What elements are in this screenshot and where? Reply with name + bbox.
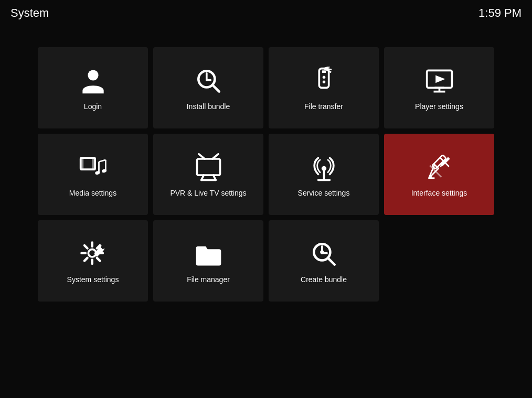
pvr-livetv-label: PVR & Live TV settings (170, 189, 246, 197)
svg-point-44 (320, 250, 324, 254)
current-time: 1:59 PM (478, 6, 522, 20)
grid-item-media-settings[interactable]: Media settings (38, 134, 148, 215)
svg-line-20 (99, 160, 105, 162)
grid-item-interface-settings[interactable]: Interface settings (384, 134, 494, 215)
create-bundle-label: Create bundle (301, 275, 347, 284)
install-bundle-icon (193, 66, 224, 97)
pvr-livetv-icon (193, 152, 224, 184)
svg-point-8 (322, 81, 325, 84)
svg-rect-27 (197, 159, 220, 175)
media-settings-label: Media settings (69, 189, 116, 197)
system-settings-icon (77, 239, 109, 270)
media-settings-icon (77, 152, 109, 184)
grid-item-create-bundle[interactable]: Create bundle (269, 220, 379, 302)
login-label: Login (84, 102, 102, 111)
header: System 1:59 PM (0, 0, 532, 26)
player-settings-label: Player settings (415, 102, 463, 111)
grid-item-service-settings[interactable]: Service settings (269, 134, 379, 215)
grid-item-install-bundle[interactable]: Install bundle (153, 47, 263, 128)
interface-settings-label: Interface settings (411, 189, 467, 197)
svg-point-0 (88, 70, 98, 80)
svg-line-43 (327, 258, 334, 265)
svg-line-4 (212, 85, 219, 92)
login-icon (77, 66, 109, 97)
grid-item-login[interactable]: Login (38, 47, 148, 128)
svg-rect-19 (92, 158, 95, 169)
file-manager-label: File manager (187, 275, 230, 284)
page-title: System (10, 6, 49, 20)
svg-rect-18 (80, 158, 83, 169)
system-settings-label: System settings (67, 275, 119, 284)
grid-item-pvr-livetv[interactable]: PVR & Live TV settings (153, 134, 263, 215)
svg-marker-13 (435, 76, 445, 83)
player-settings-icon (423, 66, 455, 97)
install-bundle-label: Install bundle (187, 102, 230, 111)
grid-item-file-transfer[interactable]: File transfer (269, 47, 379, 128)
create-bundle-icon (308, 239, 339, 270)
settings-grid: Login Install bundle (0, 37, 532, 312)
service-settings-icon (308, 152, 339, 184)
empty-cell (384, 220, 494, 302)
interface-settings-icon (423, 152, 455, 184)
service-settings-label: Service settings (298, 189, 350, 197)
svg-point-7 (322, 76, 325, 79)
file-manager-icon (193, 239, 224, 270)
grid-item-player-settings[interactable]: Player settings (384, 47, 494, 128)
file-transfer-icon (308, 66, 339, 97)
svg-rect-6 (322, 70, 325, 73)
grid-item-system-settings[interactable]: System settings (38, 220, 148, 302)
file-transfer-label: File transfer (304, 102, 343, 111)
grid-item-file-manager[interactable]: File manager (153, 220, 263, 302)
